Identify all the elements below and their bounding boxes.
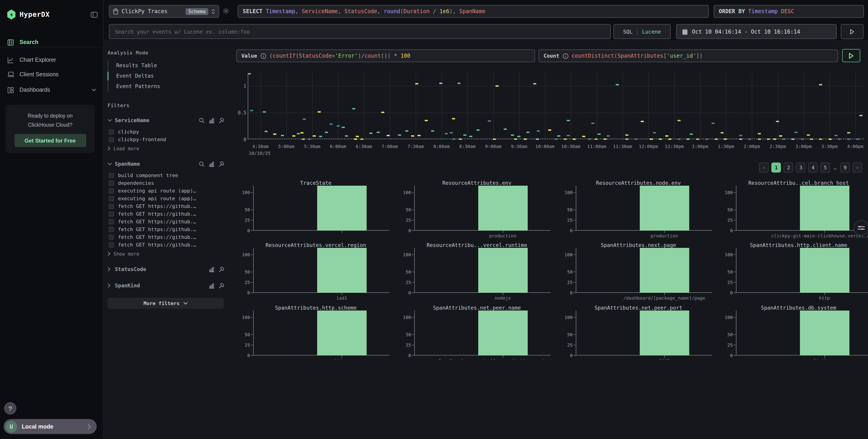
sidebar-item-search[interactable]: Search (0, 36, 103, 48)
checkbox[interactable] (109, 137, 114, 142)
code-token: Timestamp (266, 8, 295, 14)
data-point (292, 135, 296, 137)
collapse-sidebar-icon[interactable] (91, 11, 98, 18)
sidebar-item-chart-explorer[interactable]: Chart Explorer (0, 54, 103, 66)
time-range-picker[interactable]: Oct 10 04:16:14 - Oct 10 16:16:14 (676, 24, 837, 39)
user-menu[interactable]: U Local mode (4, 419, 97, 434)
breakdown-chart-resourceattributes-env[interactable]: ResourceAttributes.env10050250production (403, 180, 539, 241)
y-tick-label: 50 (406, 269, 414, 274)
code-token: ORDER BY (719, 8, 748, 14)
sql-select-editor[interactable]: SELECT Timestamp, ServiceName, StatusCod… (238, 5, 709, 18)
y-tick-label: 0 (570, 228, 575, 233)
gridline-vertical (364, 74, 364, 139)
x-tick-label: 2:30pm (770, 144, 786, 149)
data-point (757, 133, 761, 135)
pagination-page-2[interactable]: 2 (784, 163, 793, 173)
gridline-vertical (571, 74, 571, 139)
value-expression-box[interactable]: Value (countIf(StatusCode='Error')/count… (237, 50, 535, 62)
x-tick-label: 3:00pm (796, 144, 812, 149)
code-token: ( (296, 53, 299, 59)
pagination-prev[interactable]: ‹ (759, 163, 769, 173)
breakdown-chart-spanattributes-http-scheme[interactable]: SpanAttributes.http.scheme10050250https (242, 304, 378, 359)
bar (640, 186, 689, 231)
x-category-label: https (335, 358, 348, 359)
checkbox[interactable] (109, 129, 114, 135)
search-input[interactable] (115, 28, 605, 35)
chart-plot-area: 10050250clickhouse (736, 314, 861, 355)
pagination-page-3[interactable]: 3 (796, 163, 806, 173)
analysis-mode-event-deltas[interactable]: Event Deltas (108, 71, 225, 81)
data-point (554, 139, 557, 140)
breakdown-chart-resourceattribu-vercel-runtime[interactable]: ResourceAttribu...vercel.runtime10050250… (403, 242, 539, 303)
data-point (705, 139, 708, 140)
data-point (425, 120, 428, 121)
promo-line-2: ClickHouse Cloud? (10, 120, 90, 129)
data-point (594, 139, 597, 140)
sidebar-item-client-sessions[interactable]: Client Sessions (0, 68, 103, 80)
breakdown-chart-spanattributes-next-page[interactable]: SpanAttributes.next.page10050250/dashboa… (565, 242, 701, 303)
search-bar[interactable] (109, 24, 611, 39)
help-button[interactable]: ? (4, 402, 16, 414)
search-icon[interactable] (199, 161, 205, 167)
y-tick-text: 25 (727, 343, 733, 348)
search-icon[interactable] (199, 117, 205, 123)
load-more-button[interactable]: Load more (107, 144, 225, 152)
bar (800, 311, 849, 355)
search-run-button[interactable] (841, 24, 864, 39)
toggle-sql[interactable]: SQL (623, 28, 633, 35)
x-tick-label: 12:00pm (639, 144, 658, 149)
breakdown-chart-resourceattributes-node-env[interactable]: ResourceAttributes.node.env10050250produ… (565, 180, 701, 241)
pagination-next[interactable]: › (852, 163, 862, 173)
y-tick-label: 50 (245, 332, 253, 337)
code-token: SpanName (459, 8, 486, 14)
y-tick-label: 100 (403, 315, 414, 320)
x-tick-label: 5:30am (304, 144, 320, 149)
pin-icon[interactable] (219, 117, 225, 123)
get-started-button[interactable]: Get Started for Free (14, 134, 86, 147)
breakdown-chart-spanattributes-net-peer-name[interactable]: SpanAttributes.net.peer.name10050250z5or… (403, 304, 539, 359)
breakdown-chart-spanattributes-net-peer-port[interactable]: SpanAttributes.net.peer.port100502508443 (565, 304, 701, 359)
data-point (668, 139, 671, 140)
filter-option[interactable]: clickpy-frontend (107, 136, 225, 143)
chart-settings-floating-button[interactable] (854, 220, 868, 236)
run-query-button[interactable] (842, 49, 860, 62)
y-tick-label: 0 (408, 228, 414, 233)
pagination-page-4[interactable]: 4 (808, 163, 818, 173)
pagination-page-1[interactable]: 1 (772, 163, 781, 173)
breakdown-chart-resourceattributes-vercel-region[interactable]: ResourceAttributes.vercel.region10050250… (242, 242, 378, 303)
filter-header-spanname[interactable]: SpanName (107, 159, 225, 169)
x-tick-label: 4:30am (252, 144, 269, 149)
source-selector[interactable]: ClickPy Traces Schema (109, 5, 219, 18)
bar-chart-icon[interactable] (209, 161, 215, 167)
y-tick-text: 100 (242, 190, 250, 195)
laptop-icon (7, 71, 14, 78)
checkbox[interactable] (109, 173, 114, 178)
query-language-toggle[interactable]: SQL | Lucene (614, 24, 671, 39)
filter-option[interactable]: clickpy (107, 128, 225, 136)
source-settings-gear-icon[interactable] (222, 7, 229, 14)
y-axis-line (253, 186, 254, 231)
pagination-page-9[interactable]: 9 (840, 163, 850, 173)
pagination-page-5[interactable]: 5 (820, 163, 830, 173)
filter-option[interactable]: build component tree (107, 172, 225, 179)
data-point (720, 132, 724, 134)
scatter-plot-area (248, 72, 864, 139)
count-expression-box[interactable]: Count countDistinct(SpanAttributes['user… (538, 50, 838, 62)
breakdown-chart-tracestate[interactable]: TraceState10050250 (242, 180, 378, 241)
breakdown-chart-resourceattribu-cel-branch-host[interactable]: ResourceAttribu..cel.branch_host10050250… (725, 180, 861, 241)
bar-chart-icon[interactable] (209, 117, 215, 123)
breakdown-chart-spanattributes-db-system[interactable]: SpanAttributes.db.system10050250clickhou… (725, 304, 861, 359)
breakdown-chart-spanattributes-http-client-name[interactable]: SpanAttributes.http.client.name10050250h… (725, 242, 861, 303)
analysis-mode-event-patterns[interactable]: Event Patterns (108, 81, 225, 92)
pin-icon[interactable] (219, 161, 225, 167)
sidebar-item-dashboards[interactable]: Dashboards (0, 84, 103, 96)
filter-header-servicename[interactable]: ServiceName (107, 116, 225, 125)
order-by-editor[interactable]: ORDER BY Timestamp DESC (714, 5, 864, 18)
analysis-mode-results-table[interactable]: Results Table (108, 60, 225, 71)
y-axis-line (736, 248, 736, 293)
data-point (557, 135, 561, 137)
event-deltas-chart[interactable]: 4:30am5:00am5:30am6:00am6:30am7:00am7:30… (237, 72, 865, 161)
y-axis-line (736, 311, 736, 355)
logs-icon (7, 39, 14, 46)
toggle-lucene[interactable]: Lucene (642, 28, 661, 35)
